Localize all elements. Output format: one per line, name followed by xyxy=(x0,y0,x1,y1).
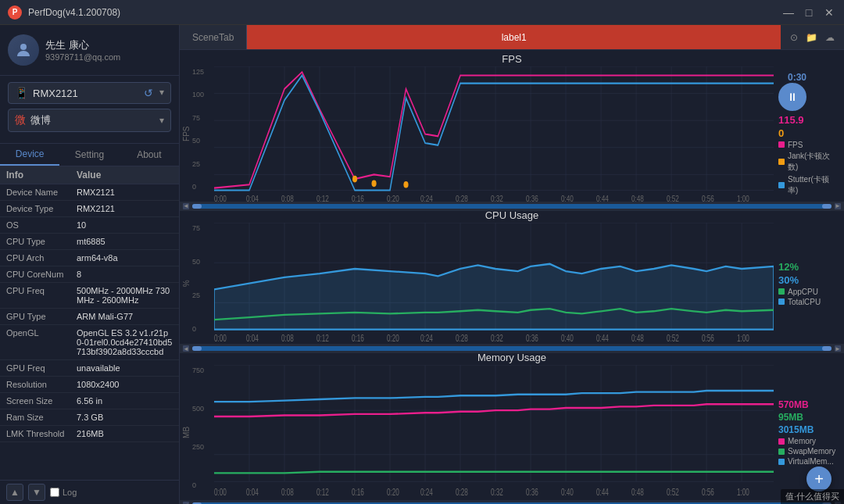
virtual-dot xyxy=(778,459,785,465)
info-table: Info Value Device NameRMX2121Device Type… xyxy=(0,166,179,480)
cloud-icon[interactable]: ☁ xyxy=(825,32,835,43)
table-row: Device NameRMX2121 xyxy=(0,184,179,201)
app-selector-row[interactable]: 微 微博 ▾ xyxy=(8,109,171,132)
svg-text:0:52: 0:52 xyxy=(667,486,679,497)
svg-text:0:44: 0:44 xyxy=(596,486,609,497)
info-value: 500MHz - 2000MHz 730MHz - 2600MHz xyxy=(77,286,173,305)
device-chevron-icon: ▾ xyxy=(159,87,164,99)
table-row: Resolution1080x2400 xyxy=(0,377,179,393)
svg-text:0:12: 0:12 xyxy=(316,486,329,497)
svg-text:0:56: 0:56 xyxy=(702,194,714,202)
cpu-legend-total: TotalCPU xyxy=(778,298,839,306)
svg-text:0:00: 0:00 xyxy=(214,332,227,343)
app-icon-weibo: 微 xyxy=(15,113,26,127)
folder-icon[interactable]: 📁 xyxy=(806,32,817,43)
info-value: 216MB xyxy=(77,429,173,438)
info-label: Device Type xyxy=(6,204,77,213)
label1-tab[interactable]: label1 xyxy=(247,25,781,49)
fps-svg-area: 0:00 0:04 0:08 0:12 0:16 0:20 0:24 0:28 … xyxy=(214,66,774,202)
svg-text:0:04: 0:04 xyxy=(246,194,259,202)
jank-dot xyxy=(778,159,785,165)
svg-point-24 xyxy=(372,181,377,188)
info-label: CPU Type xyxy=(6,237,77,246)
info-value: 6.56 in xyxy=(77,396,173,406)
svg-text:0:36: 0:36 xyxy=(526,194,538,202)
svg-text:0:28: 0:28 xyxy=(456,332,468,343)
svg-text:0:48: 0:48 xyxy=(631,486,644,497)
svg-text:0:40: 0:40 xyxy=(561,486,574,497)
app-chevron-icon: ▾ xyxy=(159,115,164,126)
fps-chart-inner: FPS 1251007550250 xyxy=(180,66,844,202)
svg-text:0:32: 0:32 xyxy=(491,194,503,202)
total-cpu-value: 30% xyxy=(778,274,839,286)
svg-point-22 xyxy=(352,176,357,183)
svg-point-23 xyxy=(403,181,408,188)
fps-legend: 0:30 ⏸ 115.9 0 FPS Jank(卡顿次数) xyxy=(774,66,844,202)
svg-text:0:08: 0:08 xyxy=(281,332,294,343)
info-value: 7.3 GB xyxy=(77,413,173,422)
svg-text:0:28: 0:28 xyxy=(456,486,468,497)
svg-text:0:08: 0:08 xyxy=(281,194,294,202)
svg-text:0:36: 0:36 xyxy=(526,486,538,497)
tab-setting[interactable]: Setting xyxy=(59,144,119,166)
svg-text:0:08: 0:08 xyxy=(281,486,294,497)
table-row: Device TypeRMX2121 xyxy=(0,201,179,217)
info-label: GPU Type xyxy=(6,312,77,321)
app-cpu-dot xyxy=(778,288,785,295)
scroll-up-button[interactable]: ▲ xyxy=(6,484,23,501)
refresh-icon[interactable]: ↺ xyxy=(144,87,153,99)
table-row: LMK Threshold216MB xyxy=(0,426,179,442)
info-label: Ram Size xyxy=(6,413,77,422)
svg-text:0:32: 0:32 xyxy=(491,486,503,497)
info-value: arm64-v8a xyxy=(77,253,173,263)
log-checkbox[interactable] xyxy=(50,488,59,497)
svg-text:0:12: 0:12 xyxy=(316,194,329,202)
svg-text:0:00: 0:00 xyxy=(214,486,227,497)
svg-text:0:16: 0:16 xyxy=(352,486,364,497)
info-value: RMX2121 xyxy=(77,204,173,213)
info-value: 10 xyxy=(77,220,173,230)
scroll-down-button[interactable]: ▼ xyxy=(28,484,45,501)
right-panel: SceneTab label1 ⊙ 📁 ☁ FPS FPS 1251007550… xyxy=(180,25,844,504)
minimize-button[interactable]: — xyxy=(781,5,796,20)
table-row: CPU CoreNum8 xyxy=(0,266,179,283)
tab-about[interactable]: About xyxy=(120,144,179,166)
svg-text:0:20: 0:20 xyxy=(387,194,399,202)
info-label: OS xyxy=(6,220,77,230)
tab-bar: Device Setting About xyxy=(0,144,179,166)
location-icon[interactable]: ⊙ xyxy=(790,32,798,43)
maximize-button[interactable]: □ xyxy=(802,5,816,20)
app-icon: P xyxy=(8,5,22,20)
info-value: RMX2121 xyxy=(77,188,173,197)
memory-legend-virtual: VirtualMem... xyxy=(778,457,839,466)
header-info: Info xyxy=(6,170,77,181)
svg-text:0:52: 0:52 xyxy=(667,194,679,202)
user-email: 93978711@qq.com xyxy=(45,52,120,62)
svg-text:0:16: 0:16 xyxy=(352,194,364,202)
info-label: CPU CoreNum xyxy=(6,270,77,279)
info-value: mt6885 xyxy=(77,237,173,246)
main-layout: 先生 康心 93978711@qq.com 📱 RMX2121 ↺ ▾ 微 微博 xyxy=(0,25,844,504)
tab-device[interactable]: Device xyxy=(0,144,59,166)
table-row: CPU Typemt6885 xyxy=(0,234,179,250)
device-selector-row[interactable]: 📱 RMX2121 ↺ ▾ xyxy=(8,82,171,104)
stutter-dot xyxy=(778,182,785,188)
svg-text:0:48: 0:48 xyxy=(631,332,644,343)
fps-chart-title: FPS xyxy=(180,53,844,66)
app-name: 微博 xyxy=(30,113,51,127)
memory-value: 570MB xyxy=(778,399,839,410)
fps-chart: FPS FPS 1251007550250 xyxy=(180,50,844,206)
svg-text:0:24: 0:24 xyxy=(420,332,433,343)
close-button[interactable]: ✕ xyxy=(822,5,836,20)
pause-button[interactable]: ⏸ xyxy=(778,83,806,111)
svg-text:0:20: 0:20 xyxy=(387,332,399,343)
log-checkbox-row[interactable]: Log xyxy=(50,488,77,497)
svg-text:1:00: 1:00 xyxy=(737,486,749,497)
info-label: OpenGL xyxy=(6,328,77,356)
cpu-legend: 12% 30% AppCPU TotalCPU xyxy=(774,223,844,344)
add-chart-button[interactable]: + xyxy=(806,466,831,491)
cpu-y-label: % xyxy=(180,223,192,344)
info-value: unavailable xyxy=(77,363,173,373)
fps-legend-fps: FPS xyxy=(778,141,839,149)
scene-tab-label: SceneTab xyxy=(180,25,247,49)
